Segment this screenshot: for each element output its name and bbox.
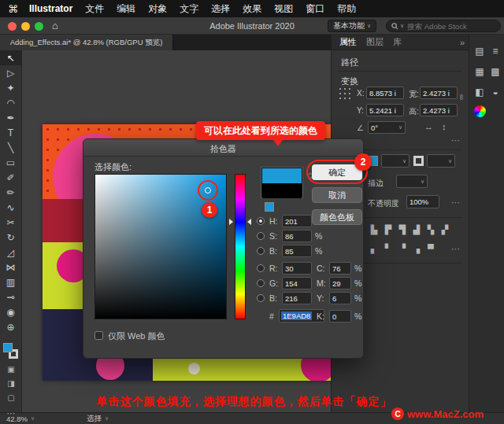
b2-input[interactable]: 216	[282, 292, 312, 304]
align-center-h-icon[interactable]: ▛	[382, 223, 395, 236]
align-left-icon[interactable]: ▙	[368, 223, 380, 236]
appearance-stroke-dropdown[interactable]: ∨	[427, 154, 455, 168]
align-more-icon[interactable]: ⋯	[451, 244, 460, 254]
g-input[interactable]: 154	[282, 277, 312, 289]
status-tool-name[interactable]: 选择	[87, 414, 102, 424]
dialog-title-bar[interactable]: 拾色器	[83, 139, 363, 157]
radio-b2[interactable]	[257, 294, 265, 302]
ok-button[interactable]: 确定	[312, 164, 362, 180]
radio-g[interactable]	[257, 279, 265, 287]
tab-properties[interactable]: 属性	[339, 36, 357, 48]
pencil-tool-icon[interactable]: ✏	[0, 185, 21, 200]
type-tool-icon[interactable]: T	[0, 125, 21, 140]
apple-menu-icon[interactable]: ⌘	[8, 3, 18, 15]
menu-item-file[interactable]: 文件	[85, 2, 104, 16]
menu-item-object[interactable]: 对象	[148, 2, 167, 16]
line-segment-tool-icon[interactable]: ╲	[0, 140, 21, 155]
dock-menu-icon[interactable]: ≡	[488, 44, 502, 58]
distribute-1-icon[interactable]: ▖	[368, 242, 380, 255]
stock-search-field[interactable]: ∨	[386, 20, 501, 32]
flip-vertical-icon[interactable]: ↕	[442, 122, 447, 131]
y-input[interactable]: 6	[329, 292, 351, 304]
transform-y-input[interactable]: 5.2421 i	[366, 104, 404, 116]
tab-layers[interactable]: 图层	[366, 36, 384, 48]
align-bottom-icon[interactable]: ▞	[439, 223, 451, 236]
hue-slider-left-arrow[interactable]	[229, 219, 233, 225]
m-input[interactable]: 29	[329, 277, 351, 289]
transform-w-input[interactable]: 2.4273 i	[420, 87, 458, 99]
appearance-more-icon[interactable]: ⋯	[451, 197, 460, 208]
c-input[interactable]: 76	[329, 262, 351, 275]
document-tab[interactable]: Adding_Effects.ai* @ 42.8% (RGB/GPU 预览)	[0, 35, 173, 50]
panel-overflow-icon[interactable]: »	[460, 38, 465, 47]
web-safe-swatch[interactable]	[265, 202, 274, 212]
search-input[interactable]	[407, 22, 486, 31]
menu-item-edit[interactable]: 编辑	[117, 2, 135, 16]
width-tool-icon[interactable]: ⋈	[0, 260, 21, 275]
paintbrush-tool-icon[interactable]: ✐	[0, 170, 21, 185]
s-input[interactable]: 86	[282, 230, 312, 242]
magic-wand-tool-icon[interactable]: ✦	[0, 80, 21, 95]
appearance-stroke-swatch[interactable]	[413, 156, 424, 166]
color-wheel-icon[interactable]	[474, 105, 486, 117]
draw-mode-normal-icon[interactable]: ▣	[0, 365, 22, 374]
distribute-5-icon[interactable]: ▀	[424, 242, 437, 255]
lasso-tool-icon[interactable]: ◠	[0, 95, 21, 110]
toolbar-more-icon[interactable]: ⋯	[0, 408, 22, 418]
distribute-4-icon[interactable]: ▗	[410, 242, 423, 255]
scale-tool-icon[interactable]: ◿	[0, 245, 21, 260]
rotate-tool-icon[interactable]: ↻	[0, 230, 21, 245]
eyedropper-tool-icon[interactable]: ⊸	[0, 289, 21, 304]
link-dimensions-icon[interactable]: ∞	[458, 94, 466, 100]
stroke-weight-input[interactable]: ∨	[396, 175, 428, 188]
h-input[interactable]: 201	[282, 215, 312, 227]
align-middle-icon[interactable]: ▚	[424, 223, 437, 236]
hue-slider-right-arrow[interactable]	[247, 219, 251, 225]
brushes-panel-icon[interactable]: ▩	[488, 65, 502, 79]
radio-b[interactable]	[257, 247, 265, 255]
libraries-panel-icon[interactable]: ◧	[472, 85, 487, 99]
transform-h-input[interactable]: 2.4273 i	[420, 104, 458, 116]
menu-item-effect[interactable]: 效果	[243, 2, 261, 16]
search-scope-chevron-icon[interactable]: ∨	[400, 23, 404, 29]
zoom-tool-icon[interactable]: ⊕	[0, 319, 21, 334]
menu-item-select[interactable]: 选择	[211, 2, 230, 16]
status-chevron-icon[interactable]: ∨	[105, 415, 109, 422]
fill-color-swatch[interactable]	[3, 343, 13, 352]
distribute-3-icon[interactable]: ▝	[396, 242, 409, 255]
gradient-tool-icon[interactable]: ▥	[0, 275, 21, 289]
gradient-panel-icon[interactable]: ◒	[488, 85, 502, 99]
color-swatches-button[interactable]: 颜色色板	[312, 209, 362, 225]
tab-libraries[interactable]: 库	[393, 36, 402, 48]
transform-more-icon[interactable]: ⋯	[451, 135, 460, 146]
workspace-switcher[interactable]: 基本功能 ∨	[328, 20, 376, 32]
align-top-icon[interactable]: ▟	[410, 223, 423, 236]
radio-s[interactable]	[257, 232, 265, 240]
shaper-tool-icon[interactable]: ∿	[0, 200, 21, 215]
reference-point-locator[interactable]	[338, 87, 352, 101]
radio-r[interactable]	[257, 264, 265, 272]
symbols-panel-icon[interactable]: ▦	[472, 65, 487, 79]
menu-item-help[interactable]: 帮助	[337, 2, 356, 16]
distribute-2-icon[interactable]: ▘	[382, 242, 395, 255]
web-colors-checkbox[interactable]	[94, 331, 103, 340]
menu-item-type[interactable]: 文字	[180, 2, 198, 16]
pen-tool-icon[interactable]: ✒	[0, 110, 21, 125]
transform-x-input[interactable]: 8.8573 i	[366, 87, 404, 99]
zoom-chevron-icon[interactable]: ∨	[31, 415, 35, 422]
cancel-button[interactable]: 取消	[312, 187, 362, 203]
radio-h[interactable]	[257, 217, 265, 225]
blend-tool-icon[interactable]: ◉	[0, 304, 21, 319]
direct-selection-tool-icon[interactable]: ▷	[0, 65, 21, 80]
rectangle-tool-icon[interactable]: ▭	[0, 155, 21, 170]
flip-horizontal-icon[interactable]: ↔	[424, 122, 433, 131]
r-input[interactable]: 30	[282, 262, 312, 275]
hue-slider[interactable]	[235, 174, 246, 319]
menu-item-view[interactable]: 视图	[274, 2, 293, 16]
scissors-tool-icon[interactable]: ✂	[0, 215, 21, 230]
appearance-fill-dropdown[interactable]: ∨	[381, 154, 410, 168]
menu-app-name[interactable]: Illustrator	[29, 3, 72, 14]
swatches-panel-icon[interactable]: ▤	[472, 44, 487, 58]
align-right-icon[interactable]: ▜	[396, 223, 409, 236]
draw-mode-behind-icon[interactable]: ◨	[0, 379, 22, 388]
